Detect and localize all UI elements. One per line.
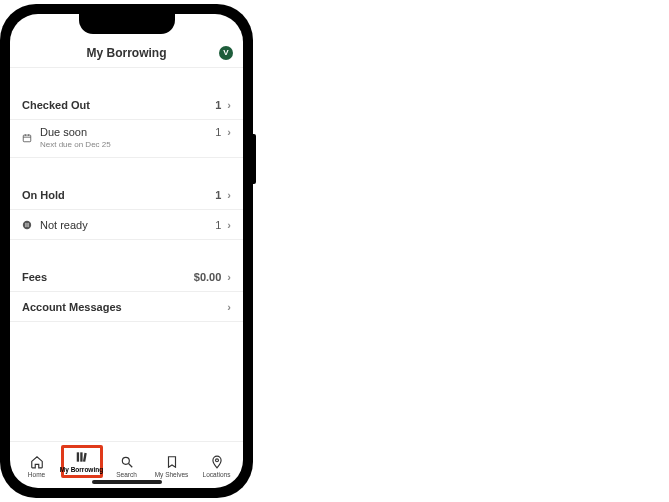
screen: My Borrowing V Checked Out 1 › — [10, 14, 243, 488]
chevron-right-icon: › — [227, 189, 231, 201]
section-fees[interactable]: Fees $0.00 › — [10, 262, 243, 292]
section-label: Checked Out — [22, 99, 90, 111]
section-count: 1 — [215, 99, 221, 111]
chevron-right-icon: › — [227, 99, 231, 111]
tab-home[interactable]: Home — [16, 455, 58, 478]
row-label: Not ready — [40, 219, 88, 231]
chevron-right-icon: › — [227, 271, 231, 283]
chevron-right-icon: › — [227, 301, 231, 313]
pause-icon — [22, 220, 32, 230]
row-label: Due soon — [40, 126, 111, 138]
spacer — [10, 68, 243, 90]
svg-point-10 — [122, 457, 129, 464]
fees-amount: $0.00 — [194, 271, 222, 283]
chevron-right-icon: › — [227, 126, 231, 138]
svg-line-11 — [128, 464, 132, 468]
section-label: Fees — [22, 271, 47, 283]
calendar-icon — [22, 133, 32, 143]
notch — [79, 14, 175, 34]
section-account-messages[interactable]: Account Messages › — [10, 292, 243, 322]
svg-rect-0 — [23, 135, 31, 142]
svg-point-4 — [23, 220, 31, 228]
tab-search[interactable]: Search — [106, 455, 148, 478]
side-button — [253, 134, 256, 184]
chevron-right-icon: › — [227, 219, 231, 231]
section-checked-out[interactable]: Checked Out 1 › — [10, 90, 243, 120]
books-icon — [75, 450, 89, 464]
home-icon — [30, 455, 44, 469]
row-count: 1 — [215, 126, 221, 138]
tab-label: My Shelves — [155, 471, 189, 478]
row-sublabel: Next due on Dec 25 — [40, 140, 111, 150]
phone-frame: My Borrowing V Checked Out 1 › — [0, 4, 253, 498]
row-not-ready[interactable]: Not ready 1 › — [10, 210, 243, 240]
tab-label: Home — [28, 471, 45, 478]
tab-my-borrowing[interactable]: My Borrowing — [61, 445, 103, 478]
content: Checked Out 1 › Due soon Next due on Dec… — [10, 68, 243, 441]
row-due-soon[interactable]: Due soon Next due on Dec 25 1 › — [10, 120, 243, 158]
location-icon — [210, 455, 224, 469]
tab-label: Search — [116, 471, 137, 478]
spacer — [10, 158, 243, 180]
bookmark-icon — [165, 455, 179, 469]
search-icon — [120, 455, 134, 469]
tab-my-shelves[interactable]: My Shelves — [151, 455, 193, 478]
svg-rect-6 — [28, 222, 29, 226]
page-title: My Borrowing — [87, 46, 167, 60]
tab-label: Locations — [203, 471, 231, 478]
section-count: 1 — [215, 189, 221, 201]
section-label: Account Messages — [22, 301, 122, 313]
spacer — [10, 240, 243, 262]
tab-label: My Borrowing — [60, 466, 103, 473]
avatar[interactable]: V — [219, 46, 233, 60]
svg-point-12 — [215, 459, 218, 462]
svg-rect-9 — [82, 453, 86, 462]
svg-rect-8 — [80, 452, 82, 461]
row-count: 1 — [215, 219, 221, 231]
home-indicator — [92, 480, 162, 484]
tab-locations[interactable]: Locations — [196, 455, 238, 478]
section-label: On Hold — [22, 189, 65, 201]
section-on-hold[interactable]: On Hold 1 › — [10, 180, 243, 210]
svg-rect-7 — [76, 452, 78, 461]
svg-rect-5 — [26, 222, 27, 226]
page-header: My Borrowing V — [10, 38, 243, 68]
